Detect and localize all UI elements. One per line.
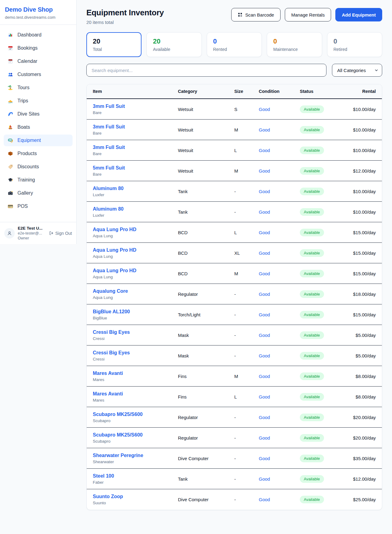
item-rental: $15.00/day bbox=[327, 312, 376, 317]
sidebar-item-equipment[interactable]: Equipment bbox=[4, 135, 73, 146]
user-name: E2E Test U... bbox=[18, 226, 43, 231]
item-brand: Shearwater bbox=[93, 460, 178, 464]
item-link[interactable]: Scubapro MK25/S600 bbox=[93, 432, 143, 437]
item-link[interactable]: 5mm Full Suit bbox=[93, 165, 125, 170]
sidebar-item-products[interactable]: Products bbox=[4, 148, 73, 159]
sidebar-item-pos[interactable]: POS bbox=[4, 200, 73, 212]
item-condition[interactable]: Good bbox=[259, 127, 300, 132]
item-condition[interactable]: Good bbox=[259, 189, 300, 194]
sidebar-item-customers[interactable]: Customers bbox=[4, 69, 73, 80]
item-link[interactable]: Aqua Lung Pro HD bbox=[93, 268, 136, 273]
item-brand: BigBlue bbox=[93, 316, 178, 320]
item-category: Wetsuit bbox=[178, 168, 234, 174]
item-condition[interactable]: Good bbox=[259, 415, 300, 420]
item-condition[interactable]: Good bbox=[259, 497, 300, 502]
item-condition[interactable]: Good bbox=[259, 148, 300, 153]
status-badge: Available bbox=[300, 496, 324, 503]
sidebar-item-gallery[interactable]: Gallery bbox=[4, 187, 73, 199]
sidebar-item-calendar[interactable]: Calendar bbox=[4, 55, 73, 67]
item-link[interactable]: 3mm Full Suit bbox=[93, 145, 125, 150]
stat-label: Retired bbox=[334, 47, 376, 52]
item-size: - bbox=[234, 209, 259, 215]
table-header: Item Category Size Condition Status Rent… bbox=[87, 84, 382, 99]
item-category: BCD bbox=[178, 250, 234, 256]
item-size: L bbox=[234, 394, 259, 399]
stat-card-total[interactable]: 20 Total bbox=[86, 32, 141, 57]
barcode-scan-icon bbox=[238, 12, 243, 17]
item-link[interactable]: Scubapro MK25/S600 bbox=[93, 412, 143, 417]
sidebar-item-boats[interactable]: Boats bbox=[4, 121, 73, 133]
status-badge: Available bbox=[300, 147, 324, 154]
item-condition[interactable]: Good bbox=[259, 353, 300, 358]
item-link[interactable]: Suunto Zoop bbox=[93, 494, 123, 499]
item-condition[interactable]: Good bbox=[259, 456, 300, 461]
item-condition[interactable]: Good bbox=[259, 374, 300, 379]
item-condition[interactable]: Good bbox=[259, 168, 300, 174]
sidebar-item-dashboard[interactable]: Dashboard bbox=[4, 29, 73, 41]
item-condition[interactable]: Good bbox=[259, 250, 300, 256]
item-link[interactable]: Shearwater Peregrine bbox=[93, 453, 143, 458]
item-link[interactable]: 3mm Full Suit bbox=[93, 124, 125, 129]
credit-card-icon bbox=[7, 203, 13, 209]
item-condition[interactable]: Good bbox=[259, 209, 300, 215]
item-link[interactable]: BigBlue AL1200 bbox=[93, 309, 130, 314]
item-condition[interactable]: Good bbox=[259, 435, 300, 441]
item-category: Mask bbox=[178, 333, 234, 338]
item-category: Regulator bbox=[178, 435, 234, 441]
item-condition[interactable]: Good bbox=[259, 394, 300, 399]
search-input[interactable] bbox=[86, 64, 326, 77]
item-size: - bbox=[234, 333, 259, 338]
sidebar-item-discounts[interactable]: Discounts bbox=[4, 161, 73, 173]
item-condition[interactable]: Good bbox=[259, 271, 300, 276]
item-link[interactable]: Aluminum 80 bbox=[93, 206, 123, 212]
item-brand: Bare bbox=[93, 172, 178, 177]
item-link[interactable]: Aqualung Core bbox=[93, 288, 128, 294]
item-condition[interactable]: Good bbox=[259, 292, 300, 297]
item-link[interactable]: Cressi Big Eyes bbox=[93, 330, 130, 335]
item-brand: Bare bbox=[93, 151, 178, 156]
item-condition[interactable]: Good bbox=[259, 107, 300, 112]
sidebar-item-trips[interactable]: Trips bbox=[4, 95, 73, 107]
stat-card-rented[interactable]: 0 Rented bbox=[207, 32, 262, 57]
scan-barcode-button[interactable]: Scan Barcode bbox=[231, 8, 281, 21]
category-select[interactable]: All Categories bbox=[332, 64, 382, 77]
brand-title[interactable]: Demo Dive Shop bbox=[5, 6, 71, 13]
item-link[interactable]: 3mm Full Suit bbox=[93, 104, 125, 109]
sidebar-item-training[interactable]: Training bbox=[4, 174, 73, 186]
item-rental: $10.00/day bbox=[327, 209, 376, 215]
sidebar-item-bookings[interactable]: 17 Bookings bbox=[4, 42, 73, 54]
item-brand: Aqua Lung bbox=[93, 295, 178, 300]
manage-rentals-button[interactable]: Manage Rentals bbox=[285, 8, 331, 21]
item-link[interactable]: Steel 100 bbox=[93, 473, 114, 479]
stat-card-maintenance[interactable]: 0 Maintenance bbox=[267, 32, 322, 57]
stat-value: 0 bbox=[213, 37, 255, 45]
tag-icon bbox=[7, 164, 13, 170]
item-size: - bbox=[234, 456, 259, 461]
stat-card-available[interactable]: 20 Available bbox=[146, 32, 202, 57]
item-link[interactable]: Mares Avanti bbox=[93, 391, 123, 396]
item-link[interactable]: Aluminum 80 bbox=[93, 186, 123, 191]
item-link[interactable]: Mares Avanti bbox=[93, 371, 123, 376]
sidebar-item-tours[interactable]: Tours bbox=[4, 82, 73, 93]
item-size: M bbox=[234, 168, 259, 174]
item-link[interactable]: Aqua Lung Pro HD bbox=[93, 227, 136, 232]
customers-icon bbox=[7, 71, 13, 78]
item-brand: Cressi bbox=[93, 336, 178, 341]
graduation-cap-icon bbox=[7, 177, 13, 183]
item-condition[interactable]: Good bbox=[259, 230, 300, 235]
item-link[interactable]: Aqua Lung Pro HD bbox=[93, 247, 136, 253]
sign-out-button[interactable]: Sign Out bbox=[49, 231, 72, 236]
item-link[interactable]: Cressi Big Eyes bbox=[93, 350, 130, 355]
item-rental: $10.00/day bbox=[327, 189, 376, 194]
sidebar-item-dive-sites[interactable]: Dive Sites bbox=[4, 108, 73, 120]
status-badge: Available bbox=[300, 475, 324, 483]
item-size: - bbox=[234, 476, 259, 482]
add-equipment-button[interactable]: Add Equipment bbox=[335, 8, 382, 21]
table-row: Cressi Big Eyes Cressi Mask - Good Avail… bbox=[87, 325, 382, 345]
item-condition[interactable]: Good bbox=[259, 312, 300, 317]
item-condition[interactable]: Good bbox=[259, 476, 300, 482]
stat-card-retired[interactable]: 0 Retired bbox=[327, 32, 382, 57]
status-badge: Available bbox=[300, 455, 324, 462]
item-condition[interactable]: Good bbox=[259, 333, 300, 338]
table-row: Aluminum 80 Luxfer Tank - Good Available… bbox=[87, 202, 382, 222]
